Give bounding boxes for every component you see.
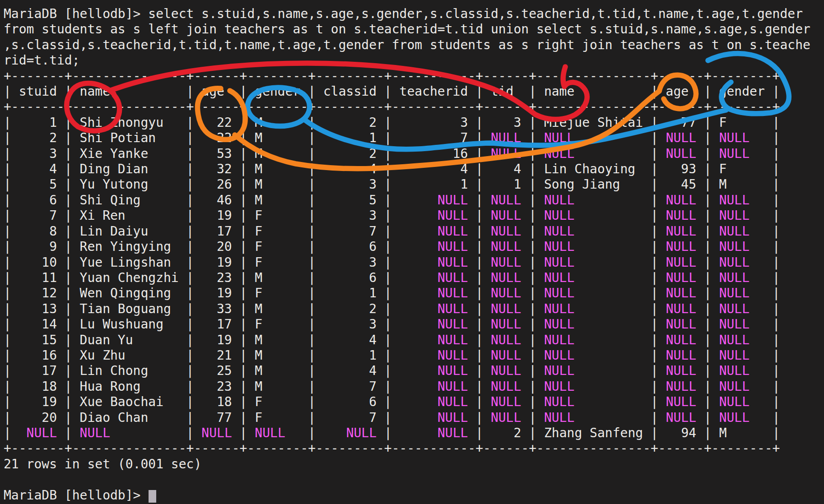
terminal-cursor[interactable] bbox=[149, 490, 156, 503]
prompt-line[interactable]: MariaDB [hellodb]> bbox=[4, 488, 156, 503]
table-row: | NULL | NULL | NULL | NULL | NULL | NUL… bbox=[4, 425, 780, 440]
table-row: | 20 | Diao Chan | 77 | F | 7 | NULL | N… bbox=[4, 410, 780, 425]
table-row: | 5 | Yu Yutong | 26 | M | 3 | 1 | 1 | S… bbox=[4, 177, 780, 192]
table-row: | 16 | Xu Zhu | 21 | M | 1 | NULL | NULL… bbox=[4, 348, 780, 363]
table-row: | 14 | Lu Wushuang | 17 | F | 3 | NULL |… bbox=[4, 317, 780, 332]
table-row: | 3 | Xie Yanke | 53 | M | 2 | 16 | NULL… bbox=[4, 146, 780, 161]
table-border: +-------+---------------+------+--------… bbox=[4, 69, 780, 83]
table-row: | 1 | Shi Zhongyu | 22 | M | 2 | 3 | 3 |… bbox=[4, 115, 780, 130]
query-line: rid=t.tid; bbox=[4, 53, 80, 68]
query-line: MariaDB [hellodb]> select s.stuid,s.name… bbox=[4, 6, 803, 21]
table-row: | 8 | Lin Daiyu | 17 | F | 7 | NULL | NU… bbox=[4, 224, 780, 239]
table-header-row: | stuid | name | age | gender | classid … bbox=[4, 84, 780, 99]
table-row: | 19 | Xue Baochai | 18 | F | 6 | NULL |… bbox=[4, 394, 780, 409]
table-row: | 17 | Lin Chong | 25 | M | 4 | NULL | N… bbox=[4, 363, 780, 378]
table-border: +-------+---------------+------+--------… bbox=[4, 99, 780, 114]
table-row: | 13 | Tian Boguang | 33 | M | 2 | NULL … bbox=[4, 301, 780, 316]
table-row: | 4 | Ding Dian | 32 | M | 4 | 4 | 4 | L… bbox=[4, 162, 780, 176]
status-line: 21 rows in set (0.001 sec) bbox=[4, 457, 201, 472]
table-row: | 12 | Wen Qingqing | 19 | F | 1 | NULL … bbox=[4, 286, 780, 301]
table-row: | 9 | Ren Yingying | 20 | F | 6 | NULL |… bbox=[4, 239, 780, 254]
table-row: | 7 | Xi Ren | 19 | F | 3 | NULL | NULL … bbox=[4, 208, 780, 223]
query-line: ,s.classid,s.teacherid,t.tid,t.name,t.ag… bbox=[4, 37, 810, 52]
table-row: | 10 | Yue Lingshan | 19 | F | 3 | NULL … bbox=[4, 255, 780, 270]
table-row: | 18 | Hua Rong | 23 | M | 7 | NULL | NU… bbox=[4, 379, 780, 394]
table-row: | 11 | Yuan Chengzhi | 23 | M | 6 | NULL… bbox=[4, 270, 780, 285]
terminal-output: MariaDB [hellodb]> select s.stuid,s.name… bbox=[4, 6, 810, 503]
table-row: | 15 | Duan Yu | 19 | M | 4 | NULL | NUL… bbox=[4, 333, 780, 347]
table-row: | 2 | Shi Potian | 22 | M | 1 | 7 | NULL… bbox=[4, 130, 780, 145]
table-row: | 6 | Shi Qing | 46 | M | 5 | NULL | NUL… bbox=[4, 193, 780, 208]
query-line: from students as s left join teachers as… bbox=[4, 22, 810, 37]
table-border: +-------+---------------+------+--------… bbox=[4, 441, 780, 456]
